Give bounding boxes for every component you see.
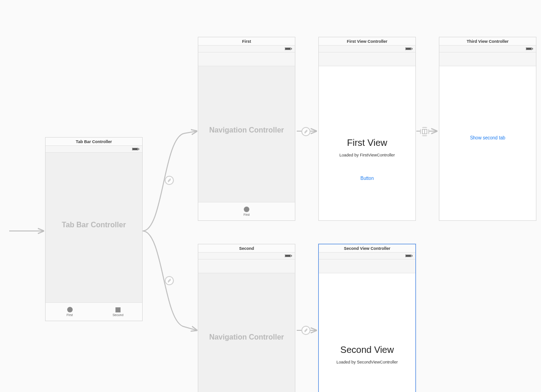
- svg-rect-14: [412, 48, 413, 50]
- view-heading: First View: [319, 138, 415, 148]
- svg-rect-11: [291, 48, 292, 50]
- segue-root-icon[interactable]: [301, 326, 311, 335]
- status-bar: [319, 46, 415, 52]
- navigation-bar: [439, 52, 536, 66]
- navigation-controller-first-scene[interactable]: First Navigation Controller First: [198, 37, 295, 221]
- view-subheading: Loaded by FirstViewController: [319, 153, 415, 157]
- third-view-controller-scene[interactable]: Third View Controller Show second tab: [439, 37, 536, 221]
- battery-icon: [526, 47, 533, 50]
- svg-rect-7: [132, 148, 138, 150]
- segue-relationship-icon[interactable]: [165, 276, 174, 285]
- scene-body-label: Navigation Controller: [198, 126, 295, 134]
- svg-rect-13: [406, 48, 411, 50]
- circle-icon: [67, 307, 73, 312]
- scene-body-label: Navigation Controller: [198, 333, 295, 341]
- navigation-bar: [319, 52, 415, 66]
- status-bar: [439, 46, 536, 52]
- first-view-controller-scene[interactable]: First View Controller First View Loaded …: [318, 37, 416, 221]
- navigation-bar: [198, 52, 295, 66]
- svg-rect-19: [285, 255, 290, 257]
- view-heading: Second View: [319, 345, 415, 355]
- tab-item-second[interactable]: Second: [94, 303, 142, 321]
- svg-rect-17: [532, 48, 533, 50]
- segue-root-icon[interactable]: [301, 127, 311, 136]
- status-bar: [319, 253, 415, 259]
- tab-label: Second: [113, 313, 124, 317]
- tab-item-first[interactable]: First: [198, 202, 295, 220]
- battery-icon: [405, 254, 413, 257]
- tab-bar-controller-scene[interactable]: Tab Bar Controller Tab Bar Controller Fi…: [45, 137, 143, 321]
- svg-rect-10: [285, 48, 290, 50]
- navigation-controller-second-scene[interactable]: Second Navigation Controller: [198, 244, 295, 392]
- show-second-tab-button[interactable]: Show second tab: [439, 135, 536, 140]
- svg-rect-16: [526, 48, 531, 50]
- svg-rect-8: [138, 149, 139, 150]
- scene-title: Second: [198, 244, 295, 253]
- scene-title: First: [198, 37, 295, 46]
- circle-icon: [244, 207, 249, 212]
- tab-item-first[interactable]: First: [46, 303, 94, 321]
- tab-label: First: [67, 313, 73, 317]
- view-subheading: Loaded by SecondViewController: [319, 360, 415, 364]
- scene-title: Second View Controller: [319, 244, 415, 253]
- navigation-bar: [198, 259, 295, 273]
- status-bar: [46, 146, 142, 153]
- navigation-bar: [319, 259, 415, 273]
- scene-title: Tab Bar Controller: [46, 138, 142, 146]
- battery-icon: [132, 148, 139, 150]
- scene-title: First View Controller: [319, 37, 415, 46]
- svg-rect-22: [406, 255, 411, 257]
- segue-show-icon[interactable]: [420, 127, 429, 136]
- tab-bar: First: [198, 202, 295, 220]
- second-view-controller-scene[interactable]: Second View Controller Second View Loade…: [318, 244, 416, 392]
- svg-rect-20: [291, 255, 292, 257]
- storyboard-canvas[interactable]: Tab Bar Controller Tab Bar Controller Fi…: [0, 0, 541, 392]
- scene-title: Third View Controller: [439, 37, 536, 46]
- status-bar: [198, 46, 295, 52]
- tab-bar: First Second: [46, 302, 142, 321]
- tab-label: First: [243, 213, 250, 216]
- scene-body-label: Tab Bar Controller: [46, 221, 142, 229]
- button-element[interactable]: Button: [319, 176, 415, 181]
- square-icon: [115, 307, 121, 312]
- svg-rect-23: [412, 255, 413, 257]
- segue-relationship-icon[interactable]: [165, 176, 174, 185]
- battery-icon: [285, 254, 292, 257]
- battery-icon: [285, 47, 292, 50]
- status-bar: [198, 253, 295, 259]
- battery-icon: [405, 47, 413, 50]
